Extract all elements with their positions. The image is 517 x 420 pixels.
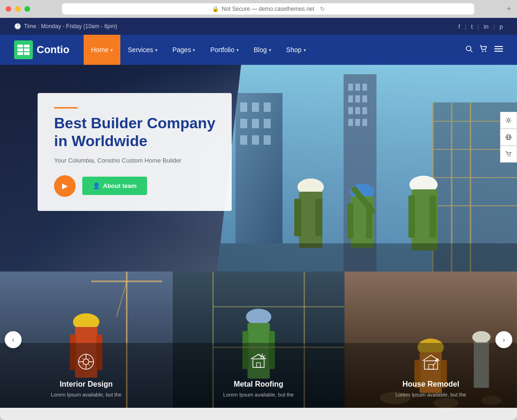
nav-shop-label: Shop xyxy=(286,46,302,54)
nav-item-services[interactable]: Services ▾ xyxy=(120,35,165,65)
house-remodel-icon xyxy=(354,352,508,375)
reload-icon[interactable]: ↻ xyxy=(320,6,325,12)
nav-item-pages[interactable]: Pages ▾ xyxy=(165,35,203,65)
svg-rect-2 xyxy=(17,48,23,51)
nav-services-label: Services xyxy=(128,46,153,54)
next-arrow-icon: › xyxy=(503,336,505,343)
card-3-desc: Lorem Ipsum available, but the xyxy=(354,391,508,398)
website-content: 🕐 Time : Monday - Friday (10am - 6pm) f … xyxy=(0,18,517,420)
hero-accent-line xyxy=(54,107,78,109)
svg-rect-35 xyxy=(355,119,360,126)
service-card-interior-design[interactable]: Interior Design Lorem Ipsum available, b… xyxy=(0,272,172,408)
metal-roofing-icon xyxy=(182,352,336,375)
nav-item-blog[interactable]: Blog ▾ xyxy=(246,35,279,65)
svg-rect-89 xyxy=(257,363,260,367)
svg-rect-22 xyxy=(252,135,259,145)
services-section: ‹ xyxy=(0,272,517,408)
nav-pages-label: Pages xyxy=(172,46,191,54)
portfolio-chevron-icon: ▾ xyxy=(236,47,239,53)
hamburger-menu-icon[interactable] xyxy=(494,46,503,54)
nav-item-shop[interactable]: Shop ▾ xyxy=(279,35,313,65)
settings-tool[interactable] xyxy=(500,112,517,129)
svg-rect-28 xyxy=(348,95,353,102)
floating-tools xyxy=(500,112,517,163)
svg-rect-20 xyxy=(264,119,271,128)
cart-side-tool[interactable] xyxy=(500,146,517,163)
maximize-button[interactable] xyxy=(24,6,30,12)
svg-point-64 xyxy=(509,156,510,156)
svg-rect-26 xyxy=(355,84,360,91)
svg-rect-88 xyxy=(253,359,264,367)
svg-rect-32 xyxy=(355,107,360,114)
card-1-content: Interior Design Lorem Ipsum available, b… xyxy=(0,343,172,408)
svg-point-97 xyxy=(472,331,491,343)
hero-title: Best Builder Company in Worldwide xyxy=(54,114,215,150)
search-icon[interactable] xyxy=(465,45,473,54)
play-button[interactable]: ▶ xyxy=(54,175,76,197)
service-card-metal-roofing[interactable]: Metal Roofing Lorem Ipsum available, but… xyxy=(172,272,345,408)
linkedin-icon[interactable]: in xyxy=(484,23,488,30)
svg-rect-21 xyxy=(240,135,247,145)
hero-image xyxy=(217,65,517,272)
svg-point-6 xyxy=(466,46,471,51)
svg-rect-34 xyxy=(348,119,353,126)
svg-rect-16 xyxy=(252,102,259,112)
svg-point-9 xyxy=(485,51,486,52)
navbar: Contio Home ▾ Services ▾ Pages ▾ Portfol… xyxy=(0,35,517,65)
card-2-title: Metal Roofing xyxy=(182,380,336,389)
svg-rect-3 xyxy=(24,48,30,51)
svg-rect-18 xyxy=(240,119,247,128)
card-3-title: House Remodel xyxy=(354,380,508,389)
hero-content-box: Best Builder Company in Worldwide Your C… xyxy=(38,93,232,211)
url-text: Not Secure — demo.casethemes.net xyxy=(222,6,314,12)
svg-point-63 xyxy=(508,156,509,156)
svg-rect-58 xyxy=(217,243,517,272)
about-team-label: About team xyxy=(103,182,137,189)
cart-icon[interactable] xyxy=(479,45,488,54)
facebook-icon[interactable]: f xyxy=(458,23,460,30)
svg-rect-51 xyxy=(347,203,353,239)
browser-titlebar: 🔒 Not Secure — demo.casethemes.net ↻ + xyxy=(0,0,517,18)
svg-rect-36 xyxy=(362,119,367,126)
svg-rect-57 xyxy=(430,195,436,238)
card-2-content: Metal Roofing Lorem Ipsum available, but… xyxy=(172,343,345,408)
minimize-button[interactable] xyxy=(15,6,21,12)
time-text: Time : Monday - Friday (10am - 6pm) xyxy=(24,23,117,30)
card-3-content: House Remodel Lorem Ipsum available, but… xyxy=(345,343,517,408)
top-bar-time: 🕐 Time : Monday - Friday (10am - 6pm) xyxy=(14,23,117,30)
top-bar-social: f | t | in | p xyxy=(458,23,503,30)
svg-rect-4 xyxy=(17,52,23,55)
about-team-button[interactable]: 👤 About team xyxy=(82,177,147,195)
carousel-prev-button[interactable]: ‹ xyxy=(5,331,22,348)
card-1-desc: Lorem Ipsum available, but the xyxy=(9,391,163,398)
logo-text: Contio xyxy=(37,44,70,56)
svg-rect-14 xyxy=(235,93,282,243)
shop-chevron-icon: ▾ xyxy=(304,47,306,53)
lock-icon: 🔒 xyxy=(212,6,219,12)
svg-rect-33 xyxy=(362,107,367,114)
card-1-title: Interior Design xyxy=(9,380,163,389)
service-card-house-remodel[interactable]: House Remodel Lorem Ipsum available, but… xyxy=(345,272,517,408)
globe-tool[interactable] xyxy=(500,129,517,146)
nav-item-portfolio[interactable]: Portfolio ▾ xyxy=(203,35,246,65)
services-chevron-icon: ▾ xyxy=(155,47,157,53)
pinterest-icon[interactable]: p xyxy=(500,23,503,30)
carousel-next-button[interactable]: › xyxy=(495,331,512,348)
svg-rect-56 xyxy=(408,195,415,238)
interior-design-icon xyxy=(9,352,163,375)
svg-rect-23 xyxy=(264,135,271,145)
svg-point-59 xyxy=(508,119,510,122)
close-button[interactable] xyxy=(6,6,11,12)
address-bar[interactable]: 🔒 Not Secure — demo.casethemes.net ↻ xyxy=(62,3,474,15)
svg-rect-15 xyxy=(240,102,247,112)
add-tab-button[interactable]: + xyxy=(506,4,511,14)
svg-rect-31 xyxy=(348,107,353,114)
svg-rect-102 xyxy=(424,361,438,369)
svg-rect-17 xyxy=(264,102,271,112)
pages-chevron-icon: ▾ xyxy=(193,47,195,53)
logo[interactable]: Contio xyxy=(14,40,70,59)
twitter-icon[interactable]: t xyxy=(471,23,473,30)
svg-rect-25 xyxy=(348,84,353,91)
nav-item-home[interactable]: Home ▾ xyxy=(84,35,120,65)
svg-rect-29 xyxy=(355,95,360,102)
